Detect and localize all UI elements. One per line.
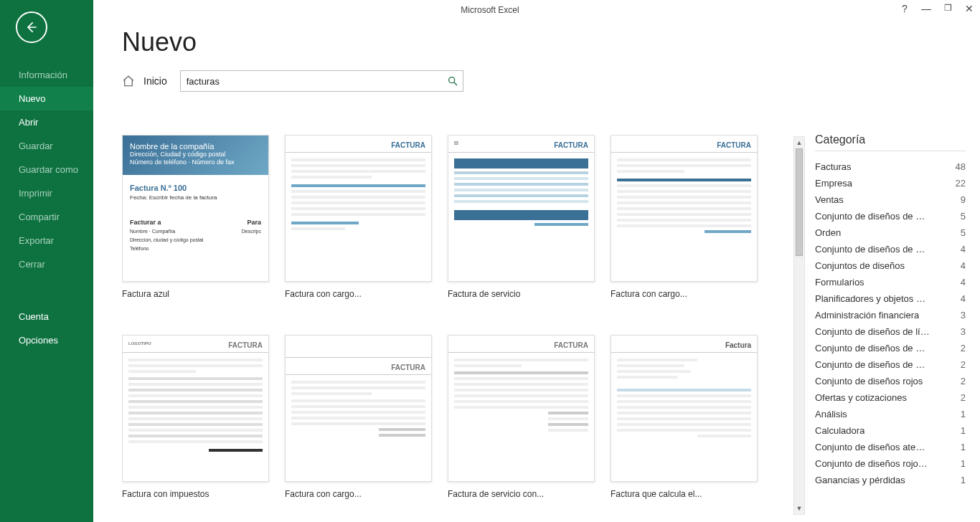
template-card[interactable]: LOGOTIPOFACTURA Factura con impuestos [122, 335, 269, 499]
category-count: 2 [955, 343, 966, 353]
category-count: 3 [955, 310, 966, 321]
template-card[interactable]: FACTURA Factura con cargo... [611, 135, 758, 299]
thumb-text: Dirección, ciudad y código postal [130, 237, 203, 242]
thumb-text: Fecha: Escribir fecha de la factura [130, 194, 217, 201]
category-item[interactable]: Análisis1 [815, 406, 966, 422]
thumb-text: FACTURA [717, 141, 751, 149]
grid-scrollbar[interactable]: ▲ ▼ [793, 136, 805, 515]
template-card[interactable]: 🖼FACTURA Factura de servicio [448, 135, 595, 299]
category-item[interactable]: Conjuntos de diseños4 [815, 257, 966, 274]
sidebar-item-exportar[interactable]: Exportar [0, 229, 93, 252]
template-thumbnail: FACTURA [611, 135, 758, 282]
sidebar-label: Exportar [19, 235, 54, 246]
category-item[interactable]: Calculadora1 [815, 422, 966, 439]
category-panel: Categoría Facturas48Empresa22Ventas9Conj… [815, 133, 966, 515]
template-card[interactable]: Nombre de la compañía Dirección, Ciudad … [122, 135, 269, 299]
category-item[interactable]: Conjunto de diseños de neg...2 [815, 356, 966, 373]
category-label: Calculadora [815, 425, 864, 436]
sidebar-label: Compartir [19, 212, 60, 222]
category-label: Conjunto de diseños de líne... [815, 326, 930, 337]
category-count: 5 [955, 211, 966, 222]
category-item[interactable]: Orden5 [815, 224, 966, 241]
template-card[interactable]: FACTURA Factura de servicio con... [448, 335, 595, 499]
category-label: Ventas [815, 194, 844, 205]
thumb-text: FACTURA [391, 364, 425, 371]
template-card[interactable]: FACTURA Factura con cargo... [285, 335, 432, 499]
category-count: 2 [955, 392, 966, 403]
template-thumbnail: LOGOTIPOFACTURA [122, 335, 269, 482]
help-icon[interactable]: ? [898, 3, 911, 14]
minimize-icon[interactable]: — [920, 3, 933, 14]
template-caption: Factura azul [122, 289, 269, 299]
category-item[interactable]: Planificadores y objetos de...4 [815, 290, 966, 307]
sidebar-item-guardar[interactable]: Guardar [0, 134, 93, 158]
category-label: Formularios [815, 277, 864, 288]
sidebar-item-imprimir[interactable]: Imprimir [0, 181, 93, 205]
category-count: 4 [955, 293, 966, 304]
category-item[interactable]: Empresa22 [815, 175, 966, 191]
category-label: Conjuntos de diseños [815, 260, 905, 271]
category-item[interactable]: Conjunto de diseños rojos y...1 [815, 455, 966, 472]
scroll-up-icon[interactable]: ▲ [794, 137, 804, 148]
sidebar-label: Imprimir [19, 188, 52, 199]
template-thumbnail: FACTURA [285, 135, 432, 282]
category-count: 4 [955, 260, 966, 271]
sidebar-item-cerrar[interactable]: Cerrar [0, 252, 93, 276]
category-label: Conjunto de diseños de deg... [815, 211, 930, 222]
thumb-text: Nombre · Compañía [130, 229, 175, 234]
category-label: Conjunto de diseños atemp... [815, 442, 930, 452]
sidebar-item-compartir[interactable]: Compartir [0, 205, 93, 229]
thumb-text: FACTURA [228, 341, 263, 349]
category-item[interactable]: Conjunto de diseños rojos2 [815, 373, 966, 389]
template-card[interactable]: Factura Factura que calcula el... [611, 335, 758, 499]
category-item[interactable]: Formularios4 [815, 274, 966, 290]
template-caption: Factura de servicio con... [448, 489, 595, 499]
category-item[interactable]: Conjunto de diseños de azu...2 [815, 340, 966, 356]
template-caption: Factura con cargo... [285, 489, 432, 499]
template-card[interactable]: FACTURA Factura con cargo... [285, 135, 432, 299]
category-label: Ofertas y cotizaciones [815, 392, 907, 403]
thumb-text: FACTURA [554, 141, 588, 149]
sidebar-label: Información [19, 70, 67, 80]
category-label: Facturas [815, 161, 852, 172]
thumb-text: Teléfono [130, 246, 149, 251]
main-content: Nuevo Inicio Nombre de la compañía Direc… [93, 0, 980, 522]
category-item[interactable]: Ofertas y cotizaciones2 [815, 389, 966, 406]
home-icon[interactable] [122, 75, 135, 87]
category-label: Conjunto de diseños de deg... [815, 244, 930, 255]
category-item[interactable]: Conjunto de diseños de deg...5 [815, 208, 966, 224]
category-count: 2 [955, 359, 966, 370]
sidebar-item-abrir[interactable]: Abrir [0, 110, 93, 134]
sidebar-item-nuevo[interactable]: Nuevo [0, 87, 93, 110]
restore-icon[interactable]: ❐ [941, 3, 954, 14]
thumb-text: Para [247, 219, 261, 226]
scroll-down-icon[interactable]: ▼ [794, 503, 804, 514]
scrollbar-thumb[interactable] [796, 148, 803, 256]
template-thumbnail: Factura [611, 335, 758, 482]
category-label: Conjunto de diseños de azu... [815, 343, 930, 353]
category-label: Orden [815, 227, 841, 238]
window-controls: ? — ❐ ✕ [898, 3, 976, 14]
thumb-text: Factura N.º 100 [130, 184, 187, 192]
backstage-sidebar: Información Nuevo Abrir Guardar Guardar … [0, 0, 93, 522]
category-item[interactable]: Ganancias y pérdidas1 [815, 472, 966, 488]
category-item[interactable]: Conjunto de diseños de deg...4 [815, 241, 966, 257]
sidebar-item-opciones[interactable]: Opciones [0, 328, 93, 352]
sidebar-item-guardar-como[interactable]: Guardar como [0, 158, 93, 181]
sidebar-item-cuenta[interactable]: Cuenta [0, 305, 93, 328]
sidebar-item-informacion[interactable]: Información [0, 63, 93, 87]
breadcrumb-home[interactable]: Inicio [143, 75, 167, 87]
template-thumbnail: FACTURA [285, 335, 432, 482]
search-icon[interactable] [447, 75, 458, 87]
close-icon[interactable]: ✕ [963, 3, 976, 14]
category-item[interactable]: Facturas48 [815, 158, 966, 175]
category-label: Ganancias y pérdidas [815, 475, 905, 485]
search-input[interactable] [187, 76, 447, 87]
category-count: 2 [955, 376, 966, 386]
category-item[interactable]: Administración financiera3 [815, 307, 966, 323]
category-count: 48 [950, 161, 966, 172]
category-item[interactable]: Conjunto de diseños atemp...1 [815, 439, 966, 455]
category-item[interactable]: Conjunto de diseños de líne...3 [815, 323, 966, 340]
category-count: 1 [955, 475, 966, 485]
category-item[interactable]: Ventas9 [815, 191, 966, 208]
